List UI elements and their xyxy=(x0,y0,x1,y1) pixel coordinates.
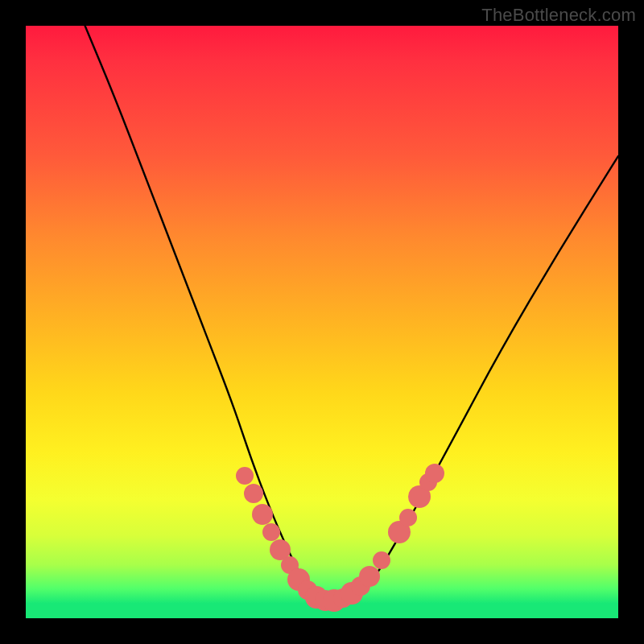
data-marker xyxy=(252,504,273,525)
watermark-text: TheBottleneck.com xyxy=(481,5,636,26)
data-marker xyxy=(359,566,380,587)
data-marker xyxy=(236,467,254,485)
data-marker xyxy=(373,551,390,569)
data-marker xyxy=(244,484,263,503)
data-marker xyxy=(399,509,417,526)
bottleneck-curve xyxy=(26,26,618,618)
data-marker xyxy=(262,523,280,541)
plot-area xyxy=(26,26,618,618)
chart-frame: TheBottleneck.com xyxy=(0,0,644,644)
data-marker xyxy=(425,464,444,483)
